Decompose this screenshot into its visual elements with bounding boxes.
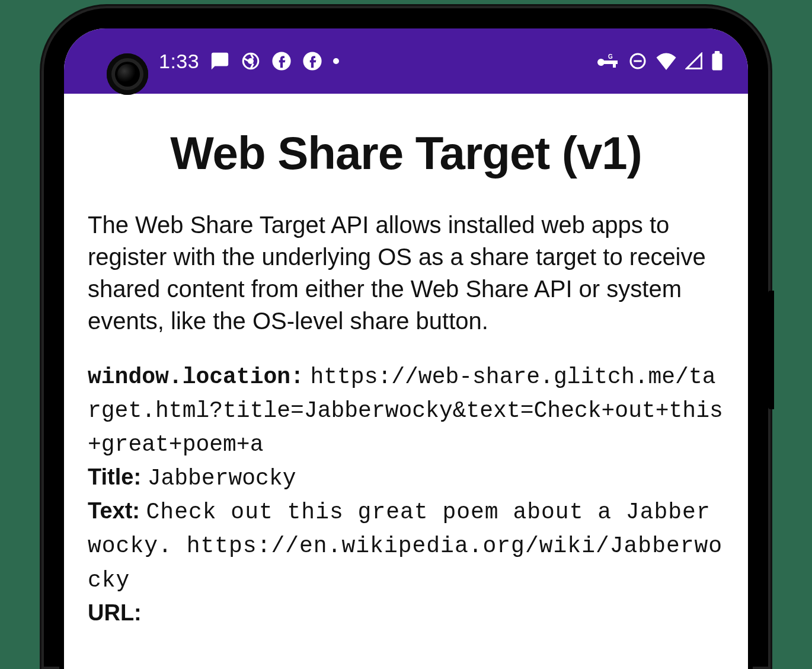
url-label: URL:: [88, 600, 142, 625]
text-row: Text: Check out this great poem about a …: [88, 495, 724, 596]
vpn-key-icon: G: [596, 53, 620, 69]
location-label: window.location:: [88, 364, 304, 390]
svg-rect-6: [613, 60, 616, 68]
svg-text:G: G: [608, 53, 613, 60]
battery-icon: [711, 51, 723, 71]
title-label: Title:: [88, 464, 141, 489]
status-right: G: [596, 51, 723, 71]
facebook-icon-2: [302, 51, 322, 71]
status-bar: 1:33 G: [64, 28, 748, 94]
facebook-icon: [271, 51, 292, 71]
title-row: Title: Jabberwocky: [88, 461, 724, 495]
svg-rect-10: [712, 53, 723, 70]
page-description: The Web Share Target API allows installe…: [88, 209, 724, 337]
phone-frame: 1:33 G: [41, 6, 771, 669]
phone-inner: 1:33 G: [59, 24, 753, 669]
status-time: 1:33: [159, 50, 199, 73]
location-row: window.location: https://web-share.glitc…: [88, 359, 724, 461]
url-row: URL:: [88, 597, 724, 630]
svg-point-1: [248, 58, 254, 64]
page-title: Web Share Target (v1): [88, 126, 724, 180]
title-value: Jabberwocky: [148, 466, 296, 491]
side-button: [768, 291, 774, 409]
screen: 1:33 G: [64, 28, 748, 669]
svg-rect-11: [715, 51, 720, 55]
text-label: Text:: [88, 498, 140, 523]
messages-icon: [210, 51, 230, 71]
more-notifications-dot: [333, 58, 339, 64]
chrome-icon: [241, 51, 261, 71]
dnd-icon: [628, 52, 647, 71]
camera-hole: [107, 53, 148, 95]
text-value: Check out this great poem about a Jabber…: [88, 499, 723, 592]
wifi-icon: [656, 52, 677, 70]
page-content: Web Share Target (v1) The Web Share Targ…: [64, 94, 748, 630]
status-left: 1:33: [159, 50, 339, 73]
cell-signal-icon: [685, 52, 703, 70]
